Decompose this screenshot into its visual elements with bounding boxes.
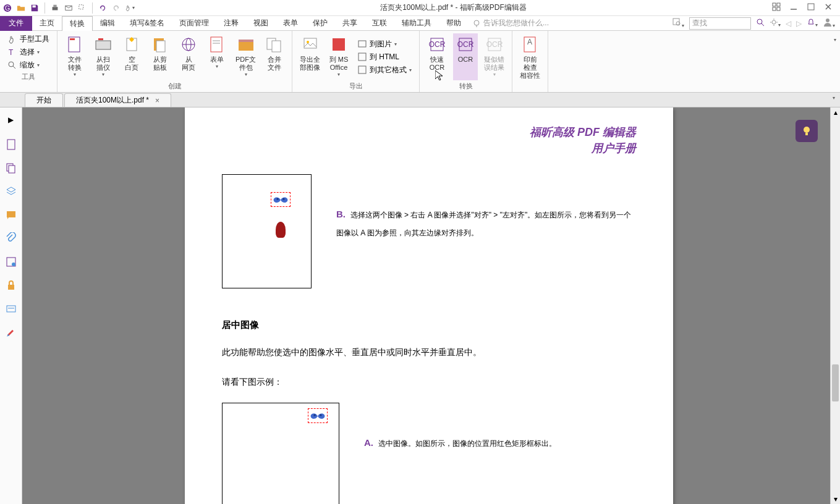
- from-clipboard-button[interactable]: 从剪 贴板: [148, 33, 172, 80]
- tab-start[interactable]: 开始: [25, 93, 63, 107]
- undo-icon[interactable]: [98, 3, 108, 13]
- menu-view[interactable]: 视图: [246, 16, 276, 31]
- titlebar: G ▾ 活页夹100M以上.pdf * - 福昕高级PDF编辑器: [0, 0, 840, 16]
- svg-point-67: [320, 414, 321, 416]
- nav-next-icon[interactable]: ▷: [796, 19, 802, 28]
- maximize-icon[interactable]: [807, 2, 815, 13]
- svg-rect-69: [805, 133, 808, 135]
- menu-assist[interactable]: 辅助工具: [394, 16, 439, 31]
- document-tabs: 开始 活页夹100M以上.pdf *× ▾: [0, 93, 840, 107]
- svg-rect-46: [358, 66, 366, 74]
- hand-dropdown-icon[interactable]: ▾: [125, 3, 135, 13]
- svg-text:OCR: OCR: [486, 40, 503, 49]
- to-image-button[interactable]: 到图片▾: [355, 38, 414, 50]
- tellme-search[interactable]: 告诉我您想做什么...: [469, 18, 549, 28]
- attachments-icon[interactable]: [5, 232, 17, 245]
- settings-gear-icon[interactable]: ▾: [770, 18, 781, 28]
- blank-page-button[interactable]: 空 白页: [119, 33, 144, 80]
- svg-point-64: [277, 198, 279, 200]
- scroll-down-icon[interactable]: ▾: [831, 494, 840, 504]
- bookmarks-icon[interactable]: [5, 138, 17, 151]
- open-icon[interactable]: [16, 3, 26, 13]
- svg-rect-7: [773, 3, 776, 6]
- tabs-collapse-icon[interactable]: ▾: [833, 95, 835, 101]
- svg-point-19: [772, 20, 776, 24]
- search-go-icon[interactable]: [756, 18, 765, 28]
- hand-tool[interactable]: 手型工具: [5, 33, 52, 45]
- document-canvas[interactable]: 福昕高级 PDF 编辑器 用户手册 B. 选择这两个图像 > 右击 A 图像并选…: [22, 107, 830, 504]
- export-images-button[interactable]: 导出全 部图像: [297, 33, 323, 80]
- to-other-button[interactable]: 到其它格式▾: [355, 64, 414, 76]
- svg-rect-41: [304, 38, 316, 48]
- menu-connect[interactable]: 互联: [365, 16, 394, 31]
- user-icon[interactable]: ▾: [823, 17, 835, 29]
- sidebar: ▶: [0, 107, 22, 504]
- menu-convert[interactable]: 转换: [62, 16, 93, 31]
- ocr-group-label: 转换: [459, 80, 473, 91]
- vertical-scrollbar[interactable]: ▴ ▾: [830, 107, 840, 504]
- select-tool[interactable]: T选择▾: [5, 46, 52, 58]
- file-convert-button[interactable]: 文件 转换▾: [62, 33, 87, 80]
- scroll-thumb[interactable]: [832, 364, 839, 401]
- svg-rect-61: [8, 285, 14, 290]
- tab-close-icon[interactable]: ×: [155, 96, 159, 105]
- form-button[interactable]: 表单▾: [205, 33, 229, 80]
- search-dropdown-icon[interactable]: ▾: [672, 17, 684, 29]
- zoom-tool[interactable]: 缩放▾: [5, 59, 52, 71]
- mail-icon[interactable]: [64, 3, 74, 13]
- comments-icon[interactable]: [5, 209, 17, 221]
- ocr-suspect-button[interactable]: OCR疑似错 误结果▾: [482, 33, 507, 80]
- signatures-icon[interactable]: [5, 256, 17, 268]
- minimize-icon[interactable]: [789, 2, 798, 13]
- menu-protect[interactable]: 保护: [305, 16, 335, 31]
- preflight-button[interactable]: A印前 检查 相容性: [517, 33, 543, 90]
- ocr-button[interactable]: OCROCR: [453, 33, 478, 80]
- svg-rect-38: [239, 40, 253, 42]
- example-image-box-2: [222, 403, 339, 504]
- pdf-package-button[interactable]: PDF文 件包▾: [233, 33, 258, 80]
- svg-point-20: [826, 19, 829, 22]
- menu-home[interactable]: 主页: [32, 16, 62, 31]
- scroll-up-icon[interactable]: ▴: [831, 107, 840, 117]
- search-input[interactable]: 查找: [689, 17, 751, 30]
- svg-rect-4: [53, 4, 56, 7]
- workspace: ▶ 福昕高级 PDF 编辑器 用户手册 B. 选择这两个图像 >: [0, 107, 840, 504]
- sign-pen-icon[interactable]: [5, 326, 17, 338]
- security-icon[interactable]: [5, 279, 17, 292]
- menu-comment[interactable]: 注释: [216, 16, 246, 31]
- svg-rect-3: [53, 7, 58, 10]
- to-ms-office-button[interactable]: 到 MS Office▾: [326, 33, 351, 80]
- quick-ocr-button[interactable]: OCR快速 OCR: [425, 33, 449, 80]
- file-menu[interactable]: 文件: [0, 16, 32, 31]
- svg-rect-55: [7, 140, 15, 149]
- form-fields-icon[interactable]: [5, 303, 17, 315]
- redo-icon[interactable]: [111, 3, 121, 13]
- ribbon-collapse-icon[interactable]: ▾: [834, 37, 836, 43]
- menu-share[interactable]: 共享: [335, 16, 365, 31]
- from-scanner-button[interactable]: 从扫 描仪▾: [91, 33, 116, 80]
- menu-fillsign[interactable]: 填写&签名: [122, 16, 172, 31]
- merge-button[interactable]: 合并 文件: [262, 33, 287, 80]
- tips-lightbulb-icon[interactable]: [795, 120, 818, 142]
- nav-prev-icon[interactable]: ◁: [786, 19, 791, 28]
- from-web-button[interactable]: 从 网页: [176, 33, 201, 80]
- print-icon[interactable]: [50, 3, 60, 13]
- layers-icon[interactable]: [5, 185, 17, 198]
- svg-text:T: T: [9, 48, 14, 57]
- menu-edit[interactable]: 编辑: [93, 16, 122, 31]
- snapshot-icon[interactable]: [77, 3, 87, 13]
- menu-help[interactable]: 帮助: [439, 16, 469, 31]
- save-icon[interactable]: [30, 3, 40, 13]
- tab-document[interactable]: 活页夹100M以上.pdf *×: [64, 93, 171, 107]
- svg-text:OCR: OCR: [429, 40, 446, 49]
- fullscreen-icon[interactable]: [772, 2, 781, 13]
- scroll-track[interactable]: [831, 117, 840, 494]
- sidebar-toggle[interactable]: ▶: [7, 112, 15, 127]
- menu-form[interactable]: 表单: [276, 16, 305, 31]
- bell-icon[interactable]: ▾: [807, 18, 818, 28]
- pages-icon[interactable]: [5, 162, 17, 174]
- menubar: 文件 主页 转换 编辑 填写&签名 页面管理 注释 视图 表单 保护 共享 互联…: [0, 16, 840, 31]
- to-html-button[interactable]: 到 HTML: [355, 51, 414, 63]
- menu-pagemgmt[interactable]: 页面管理: [172, 16, 216, 31]
- close-icon[interactable]: [824, 2, 833, 13]
